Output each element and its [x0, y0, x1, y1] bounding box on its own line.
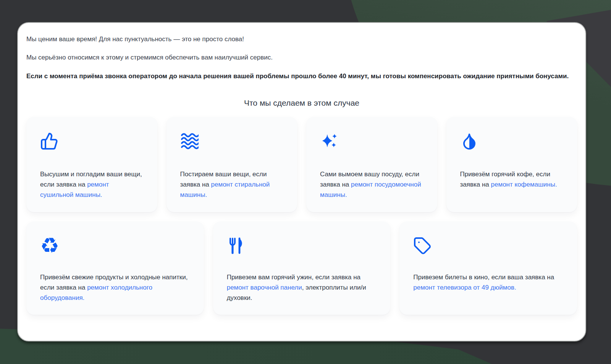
card-text: Привезем вам горячий ужин, если заявка н…: [227, 272, 377, 303]
tag-icon: [413, 237, 433, 255]
card-text: Привезем билеты в кино, если ваша заявка…: [413, 272, 563, 293]
card-link-cooktop-repair[interactable]: ремонт варочной панели: [227, 284, 302, 291]
card-text-pre: Привезем билеты в кино, если ваша заявка…: [413, 274, 554, 281]
bonus-card-dishes: Сами вымоем вашу посуду, если заявка на …: [306, 117, 437, 212]
recycle-icon: ♻: [40, 237, 60, 255]
content-panel: Мы ценим ваше время! Для нас пунктуально…: [17, 22, 586, 341]
card-link-coffeemachine-repair[interactable]: ремонт кофемашины.: [491, 181, 557, 188]
card-text: Привезём горячий кофе, если заявка на ре…: [460, 169, 564, 190]
waves-icon: [180, 132, 200, 150]
sparkles-icon: [320, 132, 340, 150]
card-text: Сами вымоем вашу посуду, если заявка на …: [320, 169, 423, 200]
cards-row-2: ♻ Привезём свежие продукты и холодные на…: [26, 221, 577, 315]
bonus-card-groceries: ♻ Привезём свежие продукты и холодные на…: [26, 221, 204, 315]
card-text-pre: Привезем вам горячий ужин, если заявка н…: [227, 274, 360, 281]
bonus-card-coffee: Привезём горячий кофе, если заявка на ре…: [446, 117, 577, 212]
bonus-card-cinema: Привезем билеты в кино, если ваша заявка…: [399, 221, 577, 315]
card-text: Постираем ваши вещи, если заявка на ремо…: [180, 169, 284, 200]
card-text: Высушим и погладим ваши вещи, если заявк…: [40, 169, 144, 200]
card-text: Привезём свежие продукты и холодные напи…: [40, 272, 190, 303]
cards-row-1: Высушим и погладим ваши вещи, если заявк…: [26, 117, 577, 212]
intro-paragraph-2: Мы серьёзно относимся к этому и стремимс…: [26, 53, 577, 63]
intro-paragraph-bold: Если с момента приёма звонка оператором …: [26, 71, 577, 82]
intro-paragraph-1: Мы ценим ваше время! Для нас пунктуально…: [26, 34, 577, 44]
thumbs-up-icon: [40, 132, 60, 150]
intro-section: Мы ценим ваше время! Для нас пунктуально…: [26, 34, 577, 82]
card-link-tv-repair[interactable]: ремонт телевизора от 49 дюймов.: [413, 284, 516, 291]
bonus-card-laundry: Постираем ваши вещи, если заявка на ремо…: [166, 117, 297, 212]
section-title: Что мы сделаем в этом случае: [26, 98, 577, 108]
bonus-card-drying: Высушим и погладим ваши вещи, если заявк…: [26, 117, 157, 212]
bonus-card-dinner: Привезем вам горячий ужин, если заявка н…: [213, 221, 391, 315]
droplet-half-icon: [460, 132, 480, 150]
cutlery-icon: [227, 237, 247, 255]
